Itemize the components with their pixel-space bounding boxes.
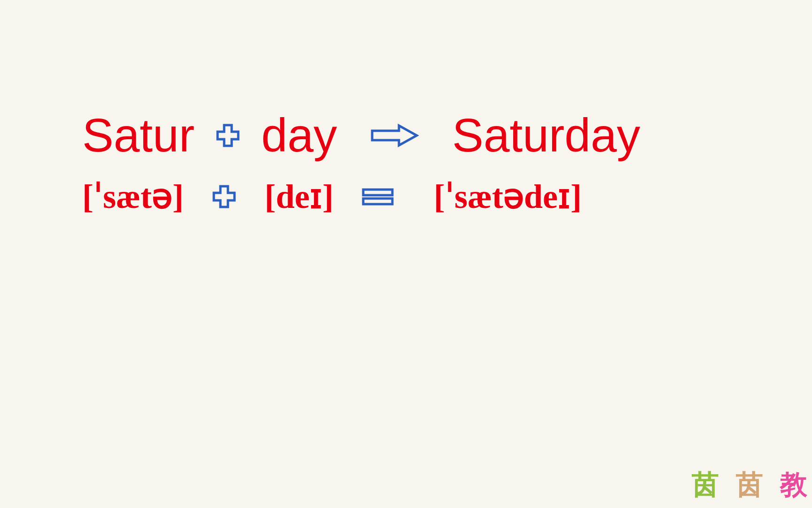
word-result: Saturday <box>452 108 640 162</box>
watermark-char-1: 茵 <box>692 469 724 500</box>
word-formation-row: Satur day Saturday <box>82 108 765 162</box>
watermark-char-2: 茵 <box>736 469 768 500</box>
phonetic-result: [ˈsætədeɪ] <box>434 176 582 216</box>
lesson-content: Satur day Saturday [ˈsætə] [deɪ] <box>82 108 765 230</box>
phonetic-part-1: [ˈsætə] <box>82 176 184 216</box>
plus-icon <box>212 184 236 209</box>
plus-icon <box>216 123 240 148</box>
word-part-1: Satur <box>82 108 195 162</box>
watermark: 茵 茵 教 <box>692 467 812 503</box>
phonetic-part-2: [deɪ] <box>265 176 334 216</box>
equals-icon <box>362 187 394 206</box>
arrow-right-icon <box>370 124 419 147</box>
svg-rect-1 <box>363 198 392 204</box>
watermark-char-3: 教 <box>780 469 812 500</box>
svg-rect-0 <box>363 190 392 195</box>
phonetic-formation-row: [ˈsætə] [deɪ] [ˈsætədeɪ] <box>82 176 765 216</box>
word-part-2: day <box>261 108 337 162</box>
